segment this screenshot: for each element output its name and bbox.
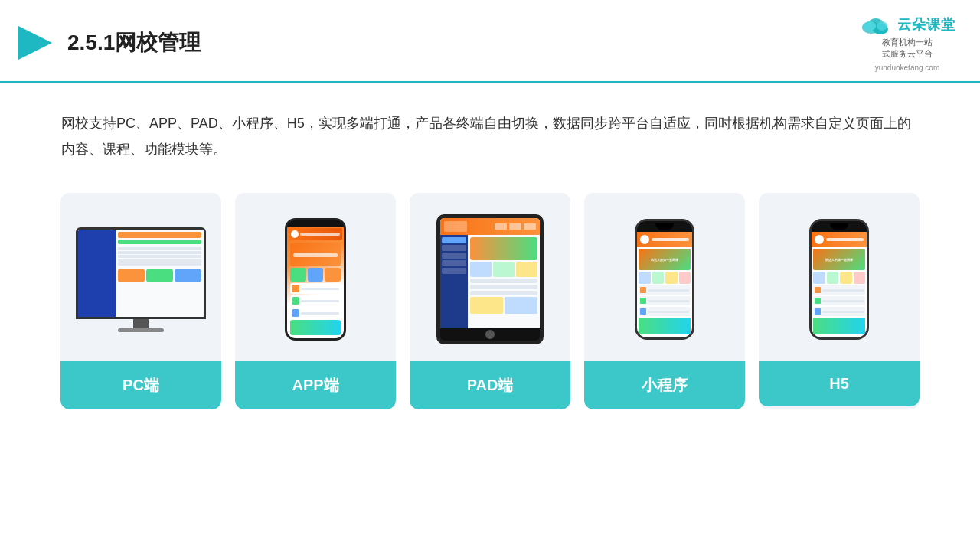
miniphone-mockup-mini: 职达人的第一堂网课 xyxy=(635,219,694,340)
cloud-icon xyxy=(859,14,893,35)
card-pad-image xyxy=(410,193,570,361)
pc-mockup xyxy=(76,227,206,332)
card-h5-label: H5 xyxy=(759,361,920,406)
description-paragraph: 网校支持PC、APP、PAD、小程序、H5，实现多端打通，产品各终端自由切换，数… xyxy=(61,110,919,162)
brand-name: 云朵课堂 xyxy=(897,15,956,34)
card-pad-label: PAD端 xyxy=(410,361,570,409)
description-text: 网校支持PC、APP、PAD、小程序、H5，实现多端打通，产品各终端自由切换，数… xyxy=(0,83,980,178)
card-pc-image xyxy=(60,193,221,361)
card-h5-image: 职达人的第一堂网课 xyxy=(759,193,920,361)
tablet-mockup xyxy=(436,214,544,344)
logo-icon xyxy=(15,23,55,63)
svg-marker-0 xyxy=(18,26,52,60)
card-app-label: APP端 xyxy=(235,361,396,409)
card-mini-label: 小程序 xyxy=(584,361,745,409)
svg-point-4 xyxy=(864,21,876,31)
card-app: APP端 xyxy=(235,193,396,409)
card-mini: 职达人的第一堂网课 xyxy=(584,193,745,409)
brand-area: 云朵课堂 教育机构一站式服务云平台 yunduoketang.com xyxy=(859,14,956,72)
card-app-image xyxy=(235,193,396,361)
header-left: 2.5.1网校管理 xyxy=(15,23,201,63)
brand-url: yunduoketang.com xyxy=(875,64,940,72)
page-title: 2.5.1网校管理 xyxy=(67,28,201,57)
card-pc: PC端 xyxy=(60,193,221,409)
header: 2.5.1网校管理 云朵课堂 教育机构一站式服务云平台 yunduoketang… xyxy=(0,0,980,83)
svg-point-5 xyxy=(877,21,887,31)
brand-logo: 云朵课堂 xyxy=(859,14,956,35)
cards-section: PC端 xyxy=(0,178,980,432)
phone-mockup-app xyxy=(285,218,346,341)
brand-tagline: 教育机构一站式服务云平台 xyxy=(882,37,933,60)
card-mini-image: 职达人的第一堂网课 xyxy=(584,193,745,361)
card-pad: PAD端 xyxy=(410,193,570,409)
miniphone-mockup-h5: 职达人的第一堂网课 xyxy=(809,219,869,340)
card-h5: 职达人的第一堂网课 xyxy=(759,193,920,409)
brand-tagline-text: 教育机构一站式服务云平台 xyxy=(882,37,933,60)
card-pc-label: PC端 xyxy=(60,361,221,409)
